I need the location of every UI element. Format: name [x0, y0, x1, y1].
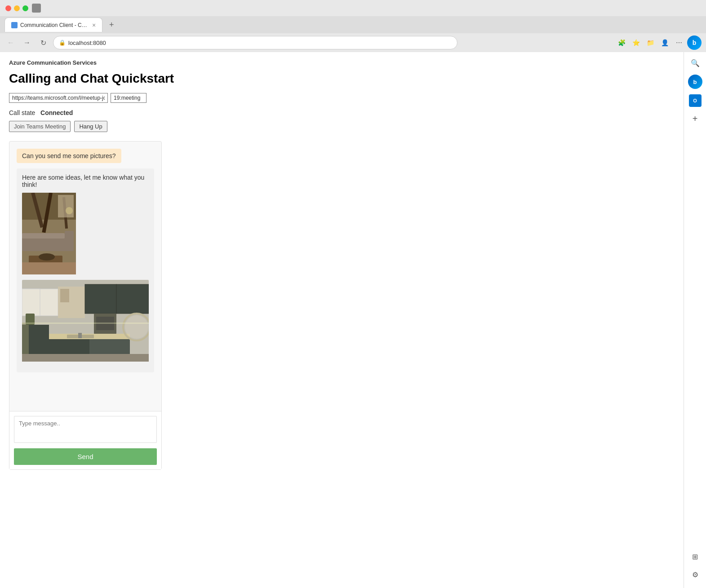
- sent-message-text: Here are some ideas, let me know what yo…: [22, 174, 149, 188]
- browser-actions: 🧩 ⭐ 📁 👤 ⋯ b: [615, 35, 702, 50]
- call-state-row: Call state Connected: [9, 109, 675, 116]
- sidebar-copilot-button[interactable]: b: [688, 75, 702, 89]
- new-tab-button[interactable]: +: [105, 18, 118, 31]
- url-text: localhost:8080: [68, 40, 452, 46]
- sidebar-grid-icon[interactable]: ⊞: [689, 550, 702, 563]
- favorites-button[interactable]: ⭐: [630, 36, 642, 49]
- sidebar-toggle-icon[interactable]: [32, 4, 41, 13]
- received-message-bubble: Can you send me some pictures?: [17, 149, 121, 163]
- received-message: Can you send me some pictures?: [17, 149, 121, 163]
- svg-rect-19: [60, 289, 69, 302]
- url-inputs-row: [9, 93, 675, 103]
- svg-rect-5: [58, 195, 74, 217]
- interior-photo-1: [22, 193, 149, 276]
- svg-rect-8: [65, 231, 74, 251]
- traffic-lights: [5, 5, 28, 11]
- call-buttons: Join Teams Meeting Hang Up: [9, 121, 675, 132]
- bing-copilot-button[interactable]: b: [687, 35, 702, 50]
- chat-container: Can you send me some pictures? Here are …: [9, 141, 162, 470]
- minimize-button[interactable]: [14, 5, 20, 11]
- svg-rect-17: [22, 289, 40, 316]
- extensions-button[interactable]: 🧩: [615, 36, 628, 49]
- app-brand: Azure Communication Services: [9, 59, 675, 66]
- interior-photo-2: [22, 280, 149, 363]
- forward-icon: →: [23, 39, 31, 47]
- page-title: Calling and Chat Quickstart: [9, 71, 675, 86]
- room1-image: [22, 193, 76, 274]
- tab-bar: Communication Client - Callin... × +: [0, 16, 706, 33]
- url-box[interactable]: 🔒 localhost:8080: [53, 36, 457, 49]
- browser-chrome: Communication Client - Callin... × + ← →…: [0, 0, 706, 52]
- svg-rect-36: [22, 323, 149, 324]
- chat-input-area: Send: [9, 411, 161, 469]
- send-button[interactable]: Send: [14, 448, 157, 465]
- browser-content: Azure Communication Services Calling and…: [0, 52, 706, 588]
- teams-url-input[interactable]: [9, 93, 108, 103]
- address-bar: ← → ↻ 🔒 localhost:8080 🧩 ⭐ 📁 👤 ⋯ b: [0, 33, 706, 52]
- more-button[interactable]: ⋯: [673, 36, 685, 49]
- received-message-text: Can you send me some pictures?: [22, 152, 116, 159]
- page-area: Azure Communication Services Calling and…: [0, 52, 684, 588]
- sent-message: Here are some ideas, let me know what yo…: [17, 168, 154, 372]
- back-button[interactable]: ←: [4, 36, 17, 49]
- room2-image: [22, 280, 149, 362]
- back-icon: ←: [7, 39, 14, 47]
- call-state-label: Call state: [9, 109, 35, 116]
- refresh-button[interactable]: ↻: [37, 36, 49, 49]
- message-input[interactable]: [14, 416, 157, 443]
- svg-rect-13: [22, 262, 76, 274]
- join-teams-meeting-button[interactable]: Join Teams Meeting: [9, 121, 71, 132]
- svg-point-12: [39, 253, 55, 261]
- title-bar: [0, 0, 706, 16]
- svg-rect-7: [22, 233, 65, 239]
- collections-button[interactable]: 📁: [644, 36, 657, 49]
- svg-rect-35: [22, 354, 149, 362]
- svg-rect-28: [78, 333, 82, 338]
- sidebar-settings-icon[interactable]: ⚙: [689, 568, 702, 581]
- hang-up-button[interactable]: Hang Up: [74, 121, 107, 132]
- tab-title: Communication Client - Callin...: [20, 22, 88, 28]
- forward-button[interactable]: →: [21, 36, 33, 49]
- refresh-icon: ↻: [40, 39, 46, 47]
- right-sidebar: 🔍 b O + ⊞ ⚙: [684, 52, 706, 588]
- svg-point-30: [125, 315, 148, 339]
- meeting-id-input[interactable]: [111, 93, 147, 103]
- sidebar-search-icon[interactable]: 🔍: [689, 57, 702, 69]
- profile-button[interactable]: 👤: [658, 36, 671, 49]
- chat-messages: Can you send me some pictures? Here are …: [9, 141, 161, 411]
- svg-rect-21: [85, 284, 116, 314]
- lock-icon: 🔒: [59, 40, 66, 46]
- tab-favicon: [11, 22, 18, 28]
- call-state-value: Connected: [40, 109, 73, 116]
- close-button[interactable]: [5, 5, 11, 11]
- sidebar-add-button[interactable]: +: [689, 112, 702, 125]
- maximize-button[interactable]: [22, 5, 28, 11]
- tab-close-icon[interactable]: ×: [92, 22, 96, 29]
- active-tab[interactable]: Communication Client - Callin... ×: [4, 18, 102, 32]
- svg-point-14: [66, 207, 73, 214]
- sidebar-outlook-button[interactable]: O: [689, 94, 702, 107]
- svg-rect-22: [116, 284, 149, 314]
